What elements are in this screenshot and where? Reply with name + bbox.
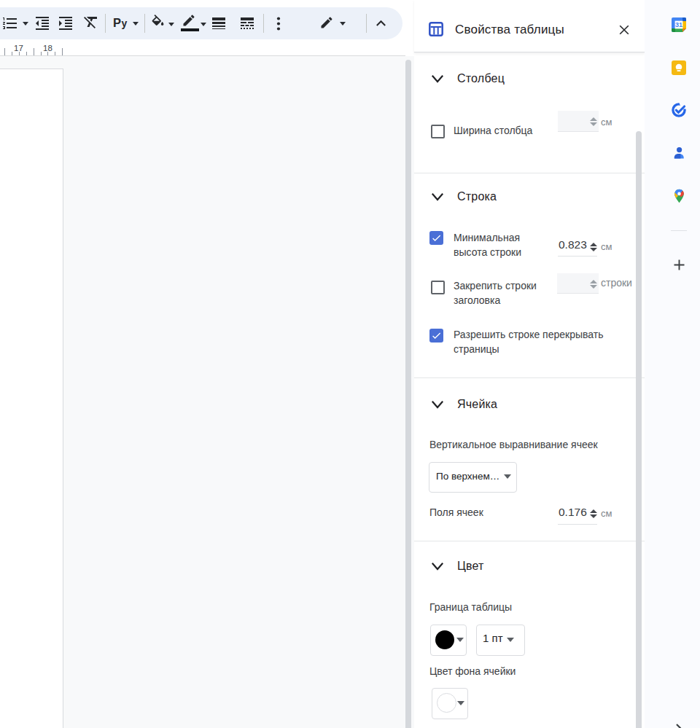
svg-text:31: 31 xyxy=(675,21,682,28)
